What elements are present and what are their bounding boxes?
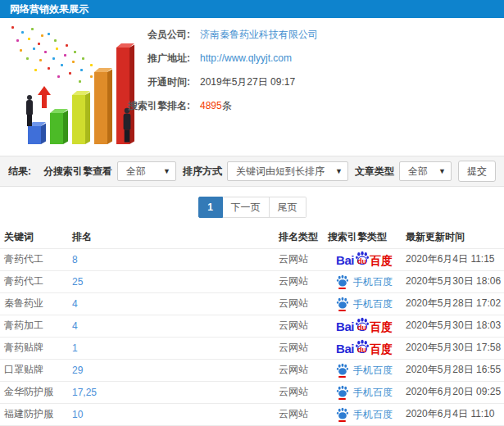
company-value-link[interactable]: 济南秦鲁药业科技有限公司 — [200, 28, 318, 42]
engine-type-cell: Bai du 百度 — [328, 341, 401, 355]
rank-cell[interactable]: 4 — [70, 292, 276, 315]
engine-type-cell: Bai du 百度 — [328, 252, 401, 266]
rank-cell[interactable]: 10 — [70, 403, 276, 425]
rank-type-cell: 云网站 — [276, 381, 325, 403]
keyword-cell: 口罩贴牌 — [0, 359, 70, 381]
ranking-count-label: 搜索引擎排名: — [115, 99, 190, 113]
promo-url-link[interactable]: http://www.qlyyjt.com — [200, 52, 292, 64]
header-engine-type: 搜索引擎类型 — [325, 226, 403, 248]
keyword-cell: 膏药贴牌 — [0, 337, 70, 359]
baidu-logo-du-text: du — [357, 324, 366, 332]
updated-cell: 2020年5月28日 16:55 — [403, 359, 504, 381]
mobile-baidu-underline — [338, 376, 346, 378]
rank-cell[interactable]: 4 — [70, 315, 276, 337]
rank-type-cell: 云网站 — [276, 359, 325, 381]
ranking-count-number: 4895 — [200, 100, 222, 111]
article-type-label: 文章类型 — [355, 165, 394, 179]
engine-type-cell: 手机百度 — [328, 363, 401, 378]
rank-cell[interactable]: 29 — [70, 359, 276, 381]
sort-filter-value: 关键词由短到长排序 — [236, 165, 325, 179]
last-page-button[interactable]: 尾页 — [270, 197, 306, 218]
rank-type-cell: 云网站 — [276, 337, 325, 359]
baidu-logo: Bai du 百度 — [336, 252, 393, 266]
ranking-count-value: 4895条 — [200, 99, 232, 113]
ranking-count-suffix: 条 — [222, 100, 232, 111]
updated-cell: 2020年5月30日 18:06 — [403, 270, 504, 292]
page: 网络营销效果展示 会员公司: 济南秦鲁药业科技有限公司 推广地址: http:/ — [0, 0, 504, 426]
up-arrow-stem — [42, 94, 47, 108]
table-row: 秦鲁药业 4 云网站 手机百度 2020年5月28日 17:02 — [0, 292, 504, 315]
baidu-paw-icon: du — [355, 319, 369, 333]
submit-button[interactable]: 提交 — [458, 161, 496, 182]
header-rank: 排名 — [70, 226, 276, 248]
rank-type-cell: 云网站 — [276, 403, 325, 425]
mobile-baidu-paw-icon — [336, 363, 349, 378]
mobile-baidu-logo: 手机百度 — [336, 297, 393, 311]
window-title-bar: 网络营销效果展示 — [0, 0, 504, 18]
mobile-baidu-label: 手机百度 — [353, 410, 393, 419]
engine-type-cell: 手机百度 — [328, 407, 401, 422]
baidu-logo: Bai du 百度 — [336, 319, 393, 333]
mobile-baidu-paw-icon — [336, 385, 349, 400]
baidu-paw-icon: du — [355, 341, 369, 355]
header-keyword: 关键词 — [0, 226, 70, 248]
keyword-cell: 膏药代工 — [0, 248, 70, 270]
results-table: 关键词 排名 排名类型 搜索引擎类型 最新更新时间 膏药代工 8 云网站 Bai… — [0, 226, 504, 426]
mobile-baidu-underline — [338, 288, 346, 289]
engine-type-cell: 手机百度 — [328, 274, 401, 289]
rank-type-cell: 云网站 — [276, 270, 325, 292]
rank-cell[interactable]: 25 — [70, 270, 276, 292]
engine-type-cell: 手机百度 — [328, 385, 401, 400]
chevron-down-icon: ▼ — [327, 167, 343, 175]
page-button-1[interactable]: 1 — [198, 197, 223, 218]
table-row: 膏药贴牌 1 云网站 Bai du 百度 2020年5月30日 17:58 — [0, 337, 504, 359]
confetti-dots-graphic — [11, 26, 14, 29]
field-open-time: 开通时间: 2019年5月27日 09:17 — [115, 75, 318, 88]
engine-filter-select[interactable]: 全部 ▼ — [117, 161, 176, 181]
baidu-logo-cn-text: 百度 — [370, 255, 393, 266]
keyword-cell: 膏药加工 — [0, 315, 70, 337]
mobile-baidu-underline — [338, 310, 346, 311]
baidu-logo-cn-text: 百度 — [370, 321, 393, 333]
mobile-baidu-logo: 手机百度 — [336, 274, 393, 289]
rank-cell[interactable]: 17,25 — [70, 381, 276, 403]
pagination: 1 下一页 尾页 — [0, 197, 504, 218]
keyword-cell: 福建防护服 — [0, 403, 70, 425]
baidu-logo-du-text: du — [357, 347, 366, 354]
updated-cell: 2020年6月4日 11:15 — [403, 248, 504, 270]
next-page-button[interactable]: 下一页 — [223, 197, 270, 218]
rank-type-cell: 云网站 — [276, 248, 325, 270]
sort-filter-select[interactable]: 关键词由短到长排序 ▼ — [227, 161, 348, 181]
table-row: 膏药代工 8 云网站 Bai du 百度 2020年6月4日 11:15 — [0, 248, 504, 270]
mobile-baidu-label: 手机百度 — [353, 387, 393, 397]
rank-cell[interactable]: 8 — [70, 248, 276, 270]
page-title: 网络营销效果展示 — [0, 0, 504, 18]
baidu-logo-bai-text: Bai — [336, 320, 354, 333]
rank-type-cell: 云网站 — [276, 292, 325, 315]
open-time-value: 2019年5月27日 09:17 — [200, 75, 295, 89]
mobile-baidu-underline — [338, 420, 346, 422]
company-label: 会员公司: — [115, 28, 190, 42]
keyword-cell: 金华防护服 — [0, 381, 70, 403]
chevron-down-icon: ▼ — [430, 167, 446, 175]
sort-filter-label: 排序方式 — [183, 165, 222, 179]
header-updated: 最新更新时间 — [403, 226, 504, 248]
table-row: 口罩贴牌 29 云网站 手机百度 2020年5月28日 16:55 — [0, 359, 504, 381]
updated-cell: 2020年5月30日 18:03 — [403, 315, 504, 337]
mobile-baidu-label: 手机百度 — [353, 277, 393, 287]
article-type-select[interactable]: 全部 ▼ — [399, 161, 452, 181]
header-rank-type: 排名类型 — [276, 226, 325, 248]
field-ranking-count: 搜索引擎排名: 4895条 — [115, 99, 318, 112]
mobile-baidu-underline — [338, 398, 346, 400]
mobile-baidu-label: 手机百度 — [353, 299, 393, 309]
baidu-logo: Bai du 百度 — [336, 341, 393, 355]
updated-cell: 2020年5月30日 17:58 — [403, 337, 504, 359]
rank-type-cell: 云网站 — [276, 315, 325, 337]
engine-type-cell: 手机百度 — [328, 297, 401, 311]
rank-cell[interactable]: 1 — [70, 337, 276, 359]
baidu-logo-bai-text: Bai — [336, 254, 354, 266]
mobile-baidu-logo: 手机百度 — [336, 407, 393, 422]
baidu-logo-cn-text: 百度 — [370, 343, 393, 355]
article-type-value: 全部 — [408, 165, 428, 179]
mobile-baidu-label: 手机百度 — [353, 365, 393, 375]
